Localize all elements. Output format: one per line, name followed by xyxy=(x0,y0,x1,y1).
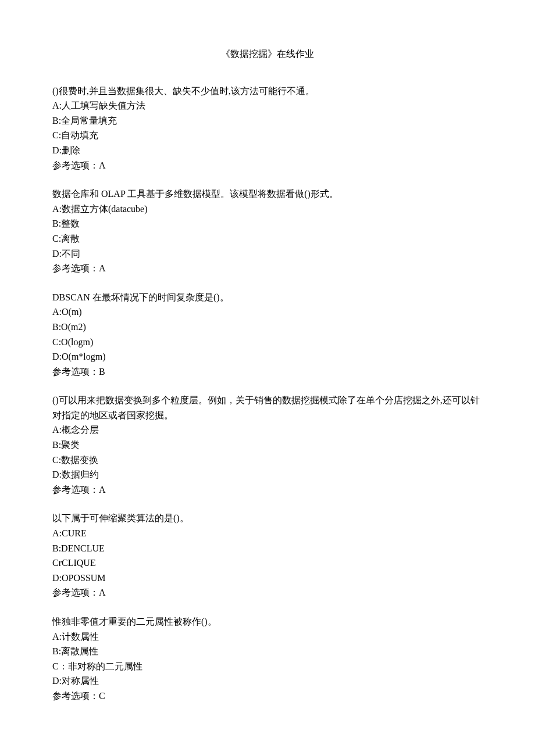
question-option: A:数据立方体(datacube) xyxy=(52,202,483,217)
question-option: D:对称属性 xyxy=(52,673,483,689)
question-option: A:人工填写缺失值方法 xyxy=(52,98,483,113)
document-page: 《数据挖掘》在线作业 ()很费时,并且当数据集很大、缺失不少值时,该方法可能行不… xyxy=(0,0,535,756)
question-stem: 以下属于可伸缩聚类算法的是()。 xyxy=(52,511,483,526)
question-block: 以下属于可伸缩聚类算法的是()。 A:CURE B:DENCLUE CrCLIQ… xyxy=(52,511,483,600)
question-block: ()可以用来把数据变换到多个粒度层。例如，关于销售的数据挖掘模式除了在单个分店挖… xyxy=(52,393,483,497)
question-stem: ()可以用来把数据变换到多个粒度层。例如，关于销售的数据挖掘模式除了在单个分店挖… xyxy=(52,393,483,422)
question-option: CrCLIQUE xyxy=(52,556,483,571)
question-answer: 参考选项：A xyxy=(52,158,483,173)
question-option: B:O(m2) xyxy=(52,320,483,335)
question-option: B:全局常量填充 xyxy=(52,113,483,128)
question-stem: 惟独非零值才重要的二元属性被称作()。 xyxy=(52,614,483,629)
question-option: D:OPOSSUM xyxy=(52,571,483,586)
question-option: C：非对称的二元属性 xyxy=(52,659,483,674)
question-option: B:DENCLUE xyxy=(52,541,483,556)
question-answer: 参考选项：A xyxy=(52,261,483,276)
question-option: D:不同 xyxy=(52,246,483,261)
question-stem: ()很费时,并且当数据集很大、缺失不少值时,该方法可能行不通。 xyxy=(52,84,483,99)
question-option: D:数据归约 xyxy=(52,467,483,482)
question-answer: 参考选项：A xyxy=(52,585,483,600)
question-option: C:O(logm) xyxy=(52,335,483,350)
question-option: B:聚类 xyxy=(52,438,483,453)
question-block: ()很费时,并且当数据集很大、缺失不少值时,该方法可能行不通。 A:人工填写缺失… xyxy=(52,84,483,173)
question-answer: 参考选项：A xyxy=(52,482,483,497)
question-block: 惟独非零值才重要的二元属性被称作()。 A:计数属性 B:离散属性 C：非对称的… xyxy=(52,614,483,704)
question-option: B:离散属性 xyxy=(52,644,483,659)
question-option: D:O(m*logm) xyxy=(52,349,483,364)
question-stem: 数据仓库和 OLAP 工具基于多维数据模型。该模型将数据看做()形式。 xyxy=(52,187,483,202)
question-block: DBSCAN 在最坏情况下的时间复杂度是()。 A:O(m) B:O(m2) C… xyxy=(52,290,483,379)
question-block: 数据仓库和 OLAP 工具基于多维数据模型。该模型将数据看做()形式。 A:数据… xyxy=(52,187,483,276)
question-option: A:计数属性 xyxy=(52,629,483,644)
question-stem: DBSCAN 在最坏情况下的时间复杂度是()。 xyxy=(52,290,483,305)
question-option: C:数据变换 xyxy=(52,453,483,468)
question-option: C:自动填充 xyxy=(52,128,483,143)
page-title: 《数据挖掘》在线作业 xyxy=(52,46,483,62)
question-option: A:概念分层 xyxy=(52,422,483,438)
question-option: C:离散 xyxy=(52,231,483,246)
question-option: B:整数 xyxy=(52,216,483,231)
question-option: A:CURE xyxy=(52,526,483,541)
question-option: A:O(m) xyxy=(52,304,483,320)
question-answer: 参考选项：C xyxy=(52,689,483,704)
question-option: D:删除 xyxy=(52,143,483,158)
question-answer: 参考选项：B xyxy=(52,364,483,379)
